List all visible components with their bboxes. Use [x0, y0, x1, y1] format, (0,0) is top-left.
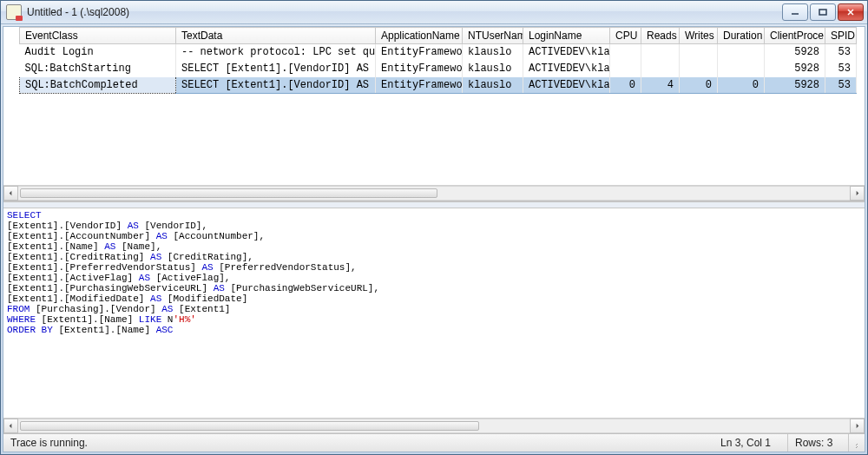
- col-eventClass[interactable]: EventClass: [20, 28, 176, 44]
- col-appName[interactable]: ApplicationName: [376, 28, 463, 44]
- cell-textData[interactable]: -- network protocol: LPC set quote...: [176, 44, 376, 61]
- cell-writes[interactable]: [680, 44, 718, 61]
- close-button[interactable]: [838, 3, 864, 21]
- grid-header-row[interactable]: EventClassTextDataApplicationNameNTUserN…: [20, 28, 857, 44]
- col-textData[interactable]: TextData: [176, 28, 376, 44]
- scroll-left-button[interactable]: [3, 419, 18, 433]
- grip-icon: [856, 438, 858, 448]
- cell-login[interactable]: ACTIVEDEV\kla...: [523, 44, 610, 61]
- cell-eventClass[interactable]: SQL:BatchCompleted: [20, 77, 176, 94]
- resize-grip[interactable]: [849, 434, 865, 452]
- cell-cpu[interactable]: [610, 61, 641, 77]
- status-message: Trace is running.: [3, 434, 95, 452]
- detail-pane: SELECT [Extent1].[VendorID] AS [VendorID…: [3, 208, 865, 433]
- table-row[interactable]: Audit Login-- network protocol: LPC set …: [20, 44, 857, 61]
- cell-login[interactable]: ACTIVEDEV\kla...: [523, 77, 610, 94]
- cell-reads[interactable]: 4: [641, 77, 680, 94]
- col-cpu[interactable]: CPU: [610, 28, 641, 44]
- cell-cpu[interactable]: 0: [610, 77, 641, 94]
- cell-cpu[interactable]: [610, 44, 641, 61]
- status-bar: Trace is running. Ln 3, Col 1 Rows: 3: [3, 433, 865, 452]
- cell-reads[interactable]: [641, 61, 680, 77]
- cell-ntUser[interactable]: klauslo: [463, 44, 523, 61]
- cell-textData[interactable]: SELECT [Extent1].[VendorID] AS [V...: [176, 61, 376, 77]
- detail-hscrollbar[interactable]: [3, 418, 865, 433]
- minimize-button[interactable]: [782, 3, 808, 21]
- cell-reads[interactable]: [641, 44, 680, 61]
- cell-ntUser[interactable]: klauslo: [463, 61, 523, 77]
- scroll-track[interactable]: [18, 419, 850, 433]
- cell-clientProc[interactable]: 5928: [765, 77, 825, 94]
- cell-eventClass[interactable]: SQL:BatchStarting: [20, 61, 176, 77]
- svg-rect-1: [819, 10, 826, 15]
- scroll-right-button[interactable]: [850, 419, 865, 433]
- col-writes[interactable]: Writes: [680, 28, 718, 44]
- cell-appName[interactable]: EntityFramework: [376, 44, 463, 61]
- cell-clientProc[interactable]: 5928: [765, 44, 825, 61]
- cell-spid[interactable]: 53: [825, 44, 857, 61]
- cell-textData[interactable]: SELECT [Extent1].[VendorID] AS [V...: [176, 77, 376, 94]
- cell-clientProc[interactable]: 5928: [765, 61, 825, 77]
- cell-login[interactable]: ACTIVEDEV\kla...: [523, 61, 610, 77]
- status-row-count: Rows: 3: [788, 434, 849, 452]
- app-icon: [6, 4, 22, 20]
- scroll-thumb[interactable]: [20, 421, 479, 431]
- col-login[interactable]: LoginName: [523, 28, 610, 44]
- cell-ntUser[interactable]: klauslo: [463, 77, 523, 94]
- status-cursor-pos: Ln 3, Col 1: [713, 434, 788, 452]
- maximize-button[interactable]: [810, 3, 836, 21]
- scroll-right-button[interactable]: [850, 186, 865, 201]
- titlebar[interactable]: Untitled - 1 (.\sql2008): [1, 1, 867, 24]
- cell-eventClass[interactable]: Audit Login: [20, 44, 176, 61]
- scroll-thumb[interactable]: [20, 188, 437, 198]
- table-row[interactable]: SQL:BatchCompletedSELECT [Extent1].[Vend…: [20, 77, 857, 94]
- cell-duration[interactable]: 0: [718, 77, 765, 94]
- col-reads[interactable]: Reads: [641, 28, 680, 44]
- window-buttons: [782, 3, 864, 21]
- cell-writes[interactable]: 0: [680, 77, 718, 94]
- table-row[interactable]: SQL:BatchStartingSELECT [Extent1].[Vendo…: [20, 61, 857, 77]
- sql-text[interactable]: SELECT [Extent1].[VendorID] AS [VendorID…: [3, 208, 865, 418]
- cell-duration[interactable]: [718, 61, 765, 77]
- col-spid[interactable]: SPID: [825, 28, 857, 44]
- scroll-left-button[interactable]: [3, 186, 18, 201]
- pane-splitter[interactable]: [3, 201, 865, 208]
- cell-writes[interactable]: [680, 61, 718, 77]
- cell-appName[interactable]: EntityFramework: [376, 77, 463, 94]
- cell-duration[interactable]: [718, 44, 765, 61]
- events-hscrollbar[interactable]: [3, 185, 865, 201]
- cell-spid[interactable]: 53: [825, 77, 857, 94]
- cell-spid[interactable]: 53: [825, 61, 857, 77]
- col-ntUser[interactable]: NTUserName: [463, 28, 523, 44]
- profiler-window: Untitled - 1 (.\sql2008) EventClassTextD…: [0, 0, 868, 455]
- window-title: Untitled - 1 (.\sql2008): [27, 6, 782, 18]
- client-area: EventClassTextDataApplicationNameNTUserN…: [3, 26, 865, 452]
- events-grid-wrap[interactable]: EventClassTextDataApplicationNameNTUserN…: [3, 27, 865, 185]
- col-clientProc[interactable]: ClientProce...: [765, 28, 825, 44]
- events-grid[interactable]: EventClassTextDataApplicationNameNTUserN…: [19, 27, 857, 94]
- scroll-track[interactable]: [18, 186, 850, 201]
- events-pane: EventClassTextDataApplicationNameNTUserN…: [3, 27, 865, 201]
- col-duration[interactable]: Duration: [718, 28, 765, 44]
- cell-appName[interactable]: EntityFramework: [376, 61, 463, 77]
